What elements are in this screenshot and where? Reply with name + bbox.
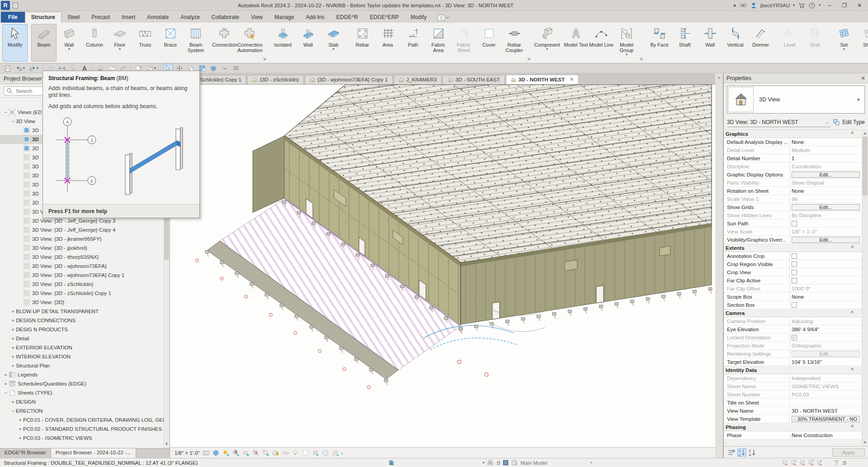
- dropdown-caret-icon[interactable]: ▾: [37, 66, 38, 70]
- edit-value-button[interactable]: Edit...: [792, 172, 860, 178]
- tree-expander-icon[interactable]: +: [10, 336, 16, 341]
- tree-expander-icon[interactable]: +: [3, 381, 9, 386]
- panel-collapse-strip[interactable]: «: [715, 73, 723, 458]
- sort-descending-icon[interactable]: ZA: [748, 448, 757, 457]
- shaft-button[interactable]: Shaft: [672, 24, 698, 62]
- section-collapse-icon[interactable]: ^: [851, 310, 854, 315]
- tree-item[interactable]: 3D View: {3D - Jeff_George} Copy 4: [0, 225, 170, 234]
- dropdown-caret-icon[interactable]: ▾: [119, 48, 121, 51]
- tree-item[interactable]: 3D View: {3D - wjohnson73EFA}: [0, 262, 170, 271]
- tree-item[interactable]: +INTERIOR ELEVATION: [0, 352, 170, 361]
- save-orientation-icon[interactable]: [272, 449, 279, 457]
- ribbon-tab-edge-r[interactable]: EDGE^R: [330, 12, 364, 23]
- instance-selector[interactable]: 3D View: 3D - NORTH WEST ⌄: [727, 117, 830, 127]
- wall-button[interactable]: Wall▾: [57, 24, 82, 62]
- property-value-text[interactable]: New Construction: [792, 433, 833, 438]
- tree-expander-icon[interactable]: +: [17, 435, 23, 441]
- floor-button[interactable]: Floor▾: [107, 24, 132, 62]
- tree-expander-icon[interactable]: +: [3, 372, 9, 377]
- undo-button[interactable]: ▾: [14, 64, 26, 73]
- scroll-down-icon[interactable]: ▼: [863, 439, 868, 446]
- property-value-text[interactable]: Show Original: [792, 180, 824, 186]
- tree-item[interactable]: 3D View: {3D - jkramer955FY}: [0, 234, 170, 243]
- wall-button[interactable]: Wall: [698, 24, 723, 62]
- signed-in-user[interactable]: jbeckYR9AU: [760, 3, 790, 8]
- modify-button[interactable]: Modify: [2, 24, 28, 62]
- active-workset-icon[interactable]: [511, 459, 518, 466]
- ribbon-tab-structure[interactable]: Structure: [25, 12, 61, 23]
- tree-item[interactable]: +DESIG N PRODUCTS: [0, 325, 170, 334]
- instance-selector-caret-icon[interactable]: ⌄: [826, 119, 830, 124]
- properties-section-header[interactable]: Graphics^: [724, 130, 862, 138]
- drag-on-selection-icon[interactable]: [816, 459, 823, 466]
- qat-caret-button[interactable]: [220, 64, 230, 73]
- workset-icon[interactable]: [487, 459, 494, 466]
- dormer-button[interactable]: Dormer: [748, 24, 774, 62]
- tree-item[interactable]: 3D View: {3D - zSchlicklin}: [0, 280, 170, 289]
- slab-button[interactable]: Slab▾: [321, 24, 346, 62]
- panel-launcher-icon[interactable]: ⇲: [639, 57, 643, 61]
- property-value-text[interactable]: 386' 4 9/64": [792, 327, 819, 332]
- ribbon-tab-edge-erp[interactable]: EDGE^ERP: [364, 12, 405, 23]
- ribbon-tab-precast[interactable]: Precast: [85, 12, 116, 23]
- dropdown-caret-icon[interactable]: ▾: [546, 48, 548, 51]
- tree-expander-icon[interactable]: −: [10, 408, 16, 414]
- property-checkbox[interactable]: [792, 270, 797, 275]
- property-value-text[interactable]: Medium: [792, 148, 810, 153]
- measure-vcb-icon[interactable]: [331, 449, 339, 457]
- customize-button[interactable]: [231, 64, 241, 73]
- edit-value-button[interactable]: Edit...: [792, 204, 860, 210]
- tree-item[interactable]: +DESIGN CONNECTIONS: [0, 316, 170, 325]
- path-button[interactable]: Path: [401, 24, 426, 62]
- dropdown-caret-icon[interactable]: ▾: [68, 48, 70, 51]
- help-icon[interactable]: ?: [808, 2, 816, 9]
- wall-button[interactable]: Wall: [296, 24, 321, 62]
- tree-expander-icon[interactable]: +: [10, 354, 16, 359]
- dotted-circle-icon[interactable]: [825, 459, 831, 466]
- view-tab[interactable]: 3D - NORTH WEST✕: [506, 75, 579, 84]
- shadows-icon[interactable]: [232, 449, 240, 457]
- section-collapse-icon[interactable]: ^: [851, 131, 854, 136]
- property-checkbox[interactable]: [792, 278, 797, 283]
- component-button[interactable]: Component▾: [534, 24, 560, 62]
- properties-section-header[interactable]: Phasing^: [724, 423, 862, 431]
- apply-button[interactable]: Apply: [832, 448, 865, 457]
- rebar-button[interactable]: Rebar: [350, 24, 375, 62]
- active-workset-caret-icon[interactable]: ▾: [590, 461, 592, 465]
- dropdown-caret-icon[interactable]: ▾: [23, 66, 25, 70]
- properties-section-header[interactable]: Extents^: [724, 244, 862, 252]
- tree-expander-icon[interactable]: +: [17, 426, 23, 432]
- ribbon-tab-modify[interactable]: Modify: [405, 12, 432, 23]
- view-tab[interactable]: 3D - SOUTH EAST: [443, 75, 505, 84]
- connection-automation-button[interactable]: Connection Automation: [237, 24, 263, 62]
- ribbon-tab-file[interactable]: File: [1, 12, 25, 23]
- tree-item[interactable]: 3D View: {3D}: [0, 298, 170, 307]
- ribbon-tab-analyze[interactable]: Analyze: [175, 12, 206, 23]
- property-value-text[interactable]: 1: [792, 156, 794, 161]
- app-store-cart-icon[interactable]: [798, 2, 805, 9]
- tree-expander-icon[interactable]: +: [10, 345, 16, 350]
- browser-tab[interactable]: EDGE^R Browser: [0, 448, 51, 458]
- close-properties-icon[interactable]: ✕: [861, 75, 865, 81]
- model-text-button[interactable]: Model Text: [563, 24, 589, 62]
- tree-item[interactable]: +Legends: [0, 370, 170, 379]
- beam-button[interactable]: Beam: [31, 24, 57, 62]
- vcb-collapse-chevron-icon[interactable]: ‹: [341, 450, 343, 456]
- tree-item[interactable]: +PC0.03 - ISOMETRIC VIEWS: [0, 434, 170, 443]
- property-value-text[interactable]: Orthographic: [792, 343, 821, 348]
- dropdown-caret-icon[interactable]: ▾: [843, 48, 845, 51]
- tree-expander-icon[interactable]: −: [3, 390, 9, 396]
- set-button[interactable]: Set▾: [831, 24, 857, 62]
- model-line-button[interactable]: Model Line: [589, 24, 614, 62]
- tree-item[interactable]: −Sheets (TYPE): [0, 388, 170, 397]
- property-value-text[interactable]: None: [792, 188, 804, 194]
- view-tab[interactable]: {3D - zSchlicklin}: [247, 75, 304, 84]
- help-caret-icon[interactable]: ▾: [819, 3, 821, 7]
- tree-item[interactable]: +PC0.02 - STANDARD STRUCTURAL PRODUCT FI…: [0, 424, 170, 434]
- select-pinned-icon[interactable]: [799, 459, 806, 466]
- panel-launcher-icon[interactable]: ⇲: [527, 57, 531, 61]
- isolated-button[interactable]: Isolated: [270, 24, 296, 62]
- user-icon[interactable]: [750, 2, 757, 9]
- connection-button[interactable]: Connection: [212, 24, 237, 62]
- property-checkbox[interactable]: [792, 262, 797, 267]
